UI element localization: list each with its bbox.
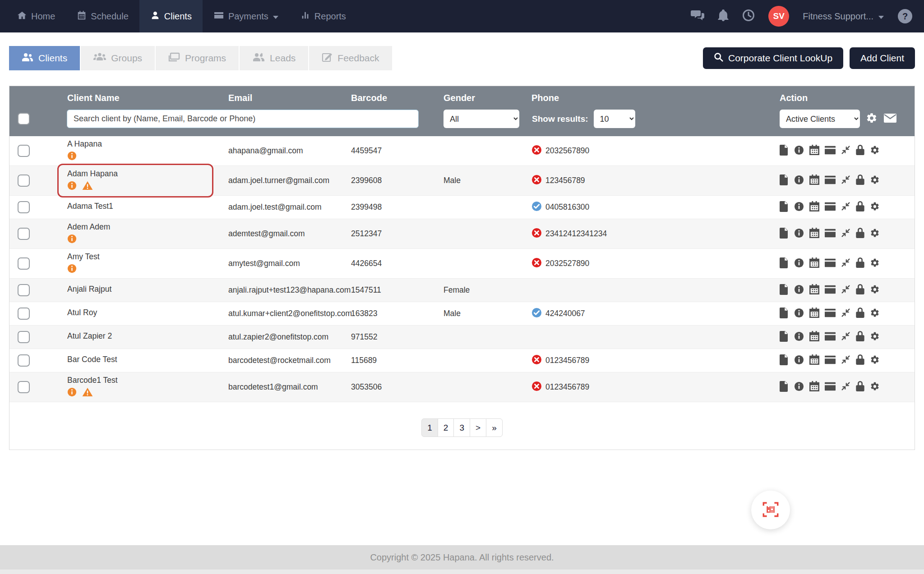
warning-icon[interactable] — [82, 387, 93, 399]
info-circle-icon[interactable] — [794, 285, 804, 296]
client-name[interactable]: Anjali Rajput — [67, 285, 203, 294]
info-circle-icon[interactable] — [794, 308, 804, 320]
credit-card-icon[interactable] — [825, 285, 836, 296]
client-name[interactable]: A Hapana — [67, 139, 203, 149]
lock-icon[interactable] — [856, 331, 864, 343]
row-checkbox[interactable] — [18, 174, 30, 187]
page-button[interactable]: » — [486, 418, 503, 437]
calendar-icon[interactable] — [809, 284, 819, 296]
row-checkbox[interactable] — [18, 308, 30, 320]
warning-icon[interactable] — [82, 181, 93, 192]
client-name[interactable]: Adem Adem — [67, 222, 203, 232]
credit-card-icon[interactable] — [825, 202, 836, 213]
help-icon[interactable]: ? — [898, 9, 912, 23]
gear-icon[interactable] — [870, 355, 880, 367]
nav-item-schedule[interactable]: Schedule — [66, 0, 139, 32]
gear-icon[interactable] — [870, 285, 880, 296]
info-circle-icon[interactable] — [794, 202, 804, 213]
document-icon[interactable] — [780, 308, 789, 320]
nav-item-home[interactable]: Home — [6, 0, 66, 32]
client-name[interactable]: Bar Code Test — [67, 355, 203, 364]
info-circle-icon[interactable] — [794, 381, 804, 393]
clock-icon[interactable] — [742, 9, 755, 23]
credit-card-icon[interactable] — [825, 308, 836, 319]
info-icon[interactable] — [67, 181, 77, 192]
document-icon[interactable] — [780, 381, 789, 394]
client-name[interactable]: Barcode1 Test — [67, 376, 203, 385]
credit-card-icon[interactable] — [825, 382, 836, 393]
document-icon[interactable] — [780, 331, 789, 344]
info-icon[interactable] — [67, 151, 77, 162]
info-circle-icon[interactable] — [794, 258, 804, 270]
document-icon[interactable] — [780, 354, 789, 367]
info-icon[interactable] — [67, 264, 77, 275]
gear-icon[interactable] — [870, 331, 880, 343]
gear-icon[interactable] — [866, 112, 878, 126]
row-checkbox[interactable] — [18, 354, 30, 367]
calendar-icon[interactable] — [809, 354, 819, 367]
lock-icon[interactable] — [856, 145, 864, 157]
calendar-icon[interactable] — [809, 174, 819, 187]
info-icon[interactable] — [67, 234, 77, 245]
document-icon[interactable] — [780, 174, 789, 187]
credit-card-icon[interactable] — [825, 146, 836, 156]
corporate-client-lookup-button[interactable]: Corporate Client LookUp — [703, 47, 843, 69]
show-results-select[interactable]: 10 — [594, 110, 635, 128]
gear-icon[interactable] — [870, 258, 880, 270]
gear-icon[interactable] — [870, 381, 880, 393]
calendar-icon[interactable] — [809, 257, 819, 270]
calendar-icon[interactable] — [809, 381, 819, 393]
client-name[interactable]: Atul Zapier 2 — [67, 331, 203, 341]
nav-item-payments[interactable]: Payments — [203, 0, 290, 32]
lock-icon[interactable] — [856, 257, 864, 270]
compress-icon[interactable] — [841, 202, 850, 213]
client-name[interactable]: Adam Hapana — [67, 169, 203, 179]
lock-icon[interactable] — [856, 308, 864, 320]
client-name[interactable]: Amy Test — [67, 252, 203, 262]
lock-icon[interactable] — [856, 174, 864, 187]
document-icon[interactable] — [780, 257, 789, 270]
user-menu[interactable]: Fitness Support... — [803, 11, 884, 22]
avatar[interactable]: SV — [768, 6, 789, 27]
gear-icon[interactable] — [870, 202, 880, 213]
row-checkbox[interactable] — [18, 284, 30, 296]
compress-icon[interactable] — [841, 355, 850, 366]
info-circle-icon[interactable] — [794, 228, 804, 240]
lock-icon[interactable] — [856, 354, 864, 367]
barcode-scan-button[interactable] — [751, 491, 790, 529]
tab-feedback[interactable]: Feedback — [309, 46, 392, 70]
lock-icon[interactable] — [856, 201, 864, 213]
calendar-icon[interactable] — [809, 145, 819, 157]
compress-icon[interactable] — [841, 145, 850, 156]
client-name[interactable]: Adama Test1 — [67, 202, 203, 211]
gear-icon[interactable] — [870, 308, 880, 320]
document-icon[interactable] — [780, 201, 789, 214]
tab-groups[interactable]: Groups — [81, 46, 155, 70]
credit-card-icon[interactable] — [825, 258, 836, 269]
tab-leads[interactable]: Leads — [240, 46, 308, 70]
calendar-icon[interactable] — [809, 331, 819, 343]
calendar-icon[interactable] — [809, 308, 819, 320]
compress-icon[interactable] — [841, 308, 850, 319]
credit-card-icon[interactable] — [825, 332, 836, 343]
info-circle-icon[interactable] — [794, 331, 804, 343]
lock-icon[interactable] — [856, 228, 864, 240]
tab-clients[interactable]: Clients — [9, 46, 80, 70]
compress-icon[interactable] — [841, 331, 850, 343]
row-checkbox[interactable] — [18, 145, 30, 157]
search-input[interactable] — [67, 110, 419, 128]
document-icon[interactable] — [780, 284, 789, 297]
row-checkbox[interactable] — [18, 381, 30, 393]
credit-card-icon[interactable] — [825, 229, 836, 239]
compress-icon[interactable] — [841, 228, 850, 239]
calendar-icon[interactable] — [809, 228, 819, 240]
page-button[interactable]: > — [470, 418, 486, 437]
gear-icon[interactable] — [870, 175, 880, 187]
row-checkbox[interactable] — [18, 228, 30, 240]
compress-icon[interactable] — [841, 381, 850, 393]
envelope-icon[interactable] — [883, 113, 897, 125]
compress-icon[interactable] — [841, 258, 850, 269]
row-checkbox[interactable] — [18, 331, 30, 343]
document-icon[interactable] — [780, 228, 789, 240]
compress-icon[interactable] — [841, 285, 850, 296]
